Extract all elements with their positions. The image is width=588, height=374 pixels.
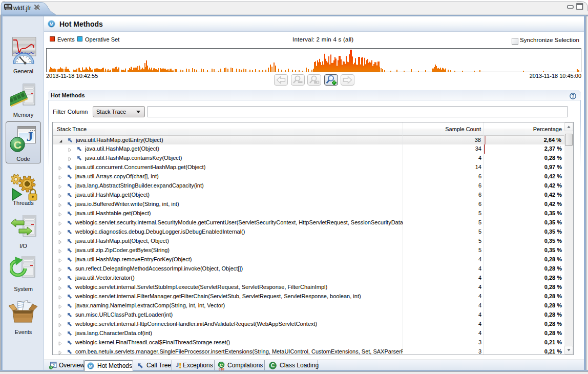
svg-text:J: J xyxy=(53,363,55,368)
svg-text:C: C xyxy=(13,139,21,151)
svg-text:M: M xyxy=(89,364,92,369)
svg-text:C: C xyxy=(271,363,275,368)
svg-text:J: J xyxy=(176,362,179,368)
svg-text:J: J xyxy=(27,129,33,144)
svg-text:010: 010 xyxy=(219,367,224,371)
svg-text:M: M xyxy=(50,22,54,27)
